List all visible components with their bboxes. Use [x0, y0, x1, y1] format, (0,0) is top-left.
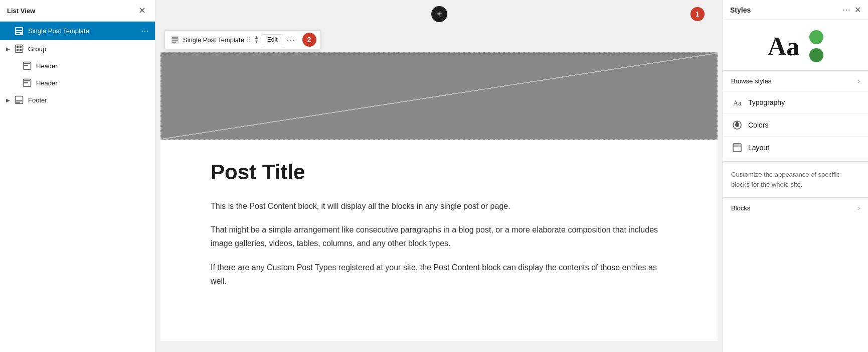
- layout-icon: [731, 142, 743, 154]
- add-block-bar: + 1: [155, 0, 723, 28]
- styles-preview: Aa: [723, 20, 868, 71]
- gray-header-block: [160, 52, 718, 140]
- color-circle-2: [809, 48, 823, 62]
- color-circle-1: [809, 30, 823, 44]
- post-paragraph-3: If there are any Custom Post Types regis…: [211, 261, 667, 288]
- header-2-label: Header: [36, 79, 151, 87]
- svg-rect-24: [733, 144, 741, 146]
- list-view-header: List View ✕: [0, 0, 155, 22]
- canvas-inner: + 1 Single Post Template ⠿ ▲: [155, 0, 723, 341]
- badge-2: 2: [302, 33, 316, 47]
- blocks-label: Blocks: [731, 204, 750, 212]
- styles-colors-preview: [809, 30, 823, 62]
- list-view-panel: List View ✕ Single Post Template ⋯ ▶: [0, 0, 155, 352]
- styles-close-button[interactable]: ✕: [854, 5, 861, 15]
- list-view-title: List View: [7, 7, 35, 15]
- move-down-button[interactable]: ▼: [253, 40, 260, 44]
- colors-section-item[interactable]: Colors: [723, 114, 868, 137]
- blocks-chevron-right-icon: ›: [857, 204, 860, 212]
- canvas-area: + 1 Single Post Template ⠿ ▲: [155, 0, 723, 352]
- options-button[interactable]: ⋯: [139, 25, 151, 37]
- svg-rect-20: [172, 40, 178, 41]
- toolbar-arrows: ▲ ▼: [253, 35, 260, 44]
- template-icon: [14, 26, 24, 36]
- drag-handle-icon[interactable]: ⠿: [246, 36, 251, 44]
- footer-label: Footer: [28, 96, 151, 104]
- footer-icon: [14, 95, 24, 105]
- badge-1: 1: [690, 7, 705, 21]
- add-block-button[interactable]: +: [431, 6, 447, 22]
- header-1-label: Header: [36, 62, 151, 70]
- svg-rect-5: [17, 46, 19, 48]
- list-item[interactable]: Single Post Template ⋯: [0, 22, 155, 40]
- styles-header-actions: ⋯ ✕: [842, 5, 861, 15]
- svg-rect-8: [20, 49, 22, 51]
- header-icon: [22, 61, 32, 71]
- svg-rect-14: [24, 82, 28, 83]
- styles-panel: Styles ⋯ ✕ Aa Browse styles › Aa Typogra…: [723, 0, 868, 352]
- svg-rect-10: [24, 63, 30, 64]
- typography-icon: Aa: [731, 96, 743, 108]
- svg-rect-6: [20, 46, 22, 48]
- content-area: Post Title This is the Post Content bloc…: [160, 140, 718, 341]
- list-view-close-button[interactable]: ✕: [136, 5, 148, 16]
- layout-section-item[interactable]: Layout: [723, 137, 868, 159]
- styles-description: Customize the appearance of specific blo…: [723, 161, 868, 197]
- typography-label: Typography: [748, 98, 860, 106]
- svg-rect-21: [172, 42, 176, 43]
- colors-icon: [731, 119, 743, 131]
- svg-rect-16: [16, 100, 22, 101]
- group-icon: [14, 44, 24, 54]
- post-content: This is the Post Content block, it will …: [211, 199, 667, 288]
- template-toolbar: Single Post Template ⠿ ▲ ▼ Edit ⋯ 2: [164, 30, 321, 49]
- expand-arrow: ▶: [6, 46, 14, 52]
- single-post-template-label: Single Post Template: [28, 27, 139, 35]
- post-title: Post Title: [211, 160, 667, 184]
- typography-section-item[interactable]: Aa Typography: [723, 91, 868, 114]
- browse-styles-row[interactable]: Browse styles ›: [723, 71, 868, 91]
- colors-label: Colors: [748, 121, 860, 129]
- svg-rect-2: [16, 31, 22, 32]
- post-paragraph-1: This is the Post Content block, it will …: [211, 199, 667, 213]
- expand-arrow: ▶: [6, 97, 14, 103]
- svg-rect-1: [16, 28, 22, 30]
- svg-rect-19: [172, 37, 178, 39]
- styles-more-button[interactable]: ⋯: [842, 5, 850, 15]
- list-item[interactable]: ▶ Footer: [0, 91, 155, 108]
- svg-rect-4: [16, 45, 23, 53]
- group-label: Group: [28, 45, 151, 53]
- header-icon: [22, 78, 32, 88]
- list-view-items: Single Post Template ⋯ ▶ Group: [0, 22, 155, 352]
- svg-rect-11: [24, 65, 28, 66]
- edit-button[interactable]: Edit: [262, 34, 283, 45]
- styles-title: Styles: [730, 6, 751, 14]
- more-options-button[interactable]: ⋯: [285, 34, 296, 45]
- browse-styles-label: Browse styles: [731, 77, 771, 85]
- blocks-row[interactable]: Blocks ›: [723, 197, 868, 218]
- list-item[interactable]: Header: [0, 74, 155, 91]
- svg-rect-3: [16, 33, 20, 34]
- svg-rect-13: [24, 80, 30, 81]
- svg-text:Aa: Aa: [733, 99, 742, 107]
- template-toolbar-icon: [169, 34, 181, 46]
- list-item[interactable]: ▶ Group: [0, 40, 155, 57]
- chevron-right-icon: ›: [857, 77, 860, 85]
- svg-rect-17: [16, 102, 20, 103]
- post-paragraph-2: That might be a simple arrangement like …: [211, 223, 667, 250]
- toolbar-template-label: Single Post Template: [183, 36, 244, 44]
- styles-header: Styles ⋯ ✕: [723, 0, 868, 20]
- typography-preview: Aa: [768, 32, 800, 61]
- plus-icon: +: [436, 9, 442, 19]
- layout-label: Layout: [748, 144, 860, 152]
- list-item[interactable]: Header: [0, 57, 155, 74]
- svg-rect-7: [17, 49, 19, 51]
